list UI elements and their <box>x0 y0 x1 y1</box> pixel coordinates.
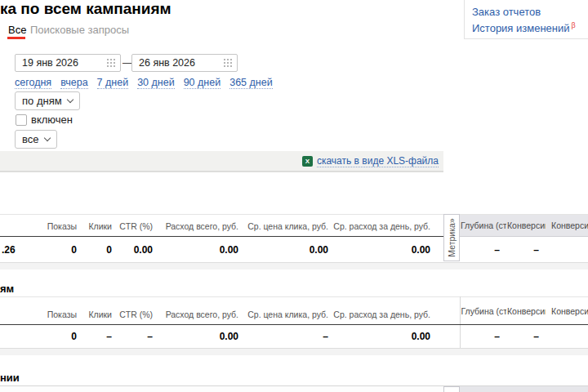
group-by-value: по дням <box>22 95 62 107</box>
date-from-field <box>15 54 121 72</box>
date-from-input[interactable] <box>15 54 121 72</box>
col-avg-daily-cost: Ср. расход за день, руб. <box>331 297 433 325</box>
tab-search-queries[interactable]: Поисковые запросы <box>30 24 129 36</box>
cell-depth: – <box>460 325 506 349</box>
col-ctr: CTR (%) <box>114 215 155 237</box>
col-depth: Глубина (стр.) <box>460 297 506 325</box>
cell-avg-daily-cost: 0.00 <box>331 237 433 263</box>
cell-clicks: 0 <box>79 237 114 263</box>
chevron-down-icon <box>66 96 73 103</box>
date-to-input[interactable] <box>131 54 238 72</box>
table-row: 0 – – 0.00 – 0.00 – – <box>0 325 588 349</box>
col-avg-click-cost: Ср. цена клика, руб. <box>241 297 331 325</box>
card-divider <box>464 0 465 39</box>
download-xls-link[interactable]: скачать в виде XLS-файла <box>302 155 439 167</box>
col-conversions: Конверсии <box>506 215 546 237</box>
download-xls-label: скачать в виде XLS-файла <box>317 155 439 167</box>
status-filter-select[interactable]: все <box>15 130 57 149</box>
chevron-down-icon <box>43 135 50 141</box>
col-impressions: Показы <box>37 297 79 325</box>
cell-ctr: 0.00 <box>114 237 155 263</box>
page-title: ка по всем кампаниям <box>0 0 172 18</box>
range-yesterday[interactable]: вчера <box>60 77 87 89</box>
cell-avg-click-cost: – <box>241 325 331 349</box>
col-clicks: Клики <box>79 297 114 325</box>
table-toolbar: скачать в виде XLS-файла <box>0 151 443 172</box>
table-footer-strip <box>0 348 588 355</box>
table-header-sliver <box>0 386 443 392</box>
metrika-toggle-label: Метрика» <box>447 218 457 256</box>
cell-impressions: 0 <box>37 325 79 349</box>
col-avg-daily-cost: Ср. расход за день, руб. <box>331 215 433 237</box>
cell-avg-daily-cost: 0.00 <box>331 325 433 349</box>
card-divider <box>464 38 588 39</box>
excel-icon <box>302 156 313 167</box>
active-tab-underline <box>7 37 25 39</box>
range-30-days[interactable]: 30 дней <box>137 77 175 89</box>
tab-all[interactable]: Все <box>8 24 26 36</box>
table-header-row: Показы Клики CTR (%) Расход всего, руб. … <box>0 297 588 325</box>
col-conversions-2: Конверсии <box>546 297 588 325</box>
table-footer-strip <box>0 262 588 270</box>
range-today[interactable]: сегодня <box>15 77 51 89</box>
cell-depth: – <box>460 237 506 263</box>
row-entity: .26 <box>0 237 37 263</box>
quick-date-ranges: сегодня вчера 7 дней 30 дней 90 дней 365… <box>15 77 273 89</box>
order-reports-link[interactable]: Заказ отчетов <box>472 6 541 18</box>
col-impressions: Показы <box>37 215 79 237</box>
cell-total-cost: 0.00 <box>155 237 241 263</box>
cell-conversions: – <box>506 325 546 349</box>
section-days-title: ям <box>0 283 14 295</box>
calendar-icon[interactable] <box>107 59 115 67</box>
table-row: .26 0 0 0.00 0.00 0.00 0.00 – – <box>0 237 588 263</box>
cell-conversions: – <box>506 237 546 263</box>
cell-avg-click-cost: 0.00 <box>241 237 331 263</box>
cell-clicks: – <box>79 325 114 349</box>
col-ctr: CTR (%) <box>114 297 155 325</box>
totals-table: Показы Клики CTR (%) Расход всего, руб. … <box>0 214 588 263</box>
section-campaigns-title: нии <box>0 372 20 384</box>
col-depth: Глубина (стр.) <box>460 215 506 237</box>
metrika-toggle[interactable]: Метрика» <box>443 214 460 261</box>
cell-total-cost: 0.00 <box>155 325 241 349</box>
beta-badge: β <box>572 21 576 29</box>
col-avg-click-cost: Ср. цена клика, руб. <box>241 215 331 237</box>
range-365-days[interactable]: 365 дней <box>229 77 272 89</box>
col-conversions-2: Конверсии <box>546 215 588 237</box>
cell-impressions: 0 <box>37 237 79 263</box>
days-table: Показы Клики CTR (%) Расход всего, руб. … <box>0 296 588 349</box>
enabled-checkbox[interactable] <box>16 114 27 126</box>
metrika-header-sliver <box>460 386 588 392</box>
table-header-row: Показы Клики CTR (%) Расход всего, руб. … <box>0 215 588 237</box>
stats-page: ка по всем кампаниям Все Поисковые запро… <box>0 0 588 392</box>
group-by-select[interactable]: по дням <box>15 91 80 110</box>
calendar-icon[interactable] <box>224 59 232 67</box>
date-to-field <box>131 54 238 72</box>
change-history-label: История изменений <box>472 22 570 34</box>
col-conversions: Конверсии <box>506 297 546 325</box>
col-total-cost: Расход всего, руб. <box>155 215 241 237</box>
enabled-checkbox-label: включен <box>31 114 73 126</box>
col-clicks: Клики <box>79 215 114 237</box>
cell-ctr: – <box>114 325 155 349</box>
row-entity <box>0 325 37 349</box>
metrika-toggle[interactable] <box>443 386 460 392</box>
status-filter-value: все <box>22 133 39 145</box>
col-total-cost: Расход всего, руб. <box>155 297 241 325</box>
range-7-days[interactable]: 7 дней <box>97 77 129 89</box>
change-history-link[interactable]: История измененийβ <box>472 21 576 34</box>
range-90-days[interactable]: 90 дней <box>184 77 221 89</box>
